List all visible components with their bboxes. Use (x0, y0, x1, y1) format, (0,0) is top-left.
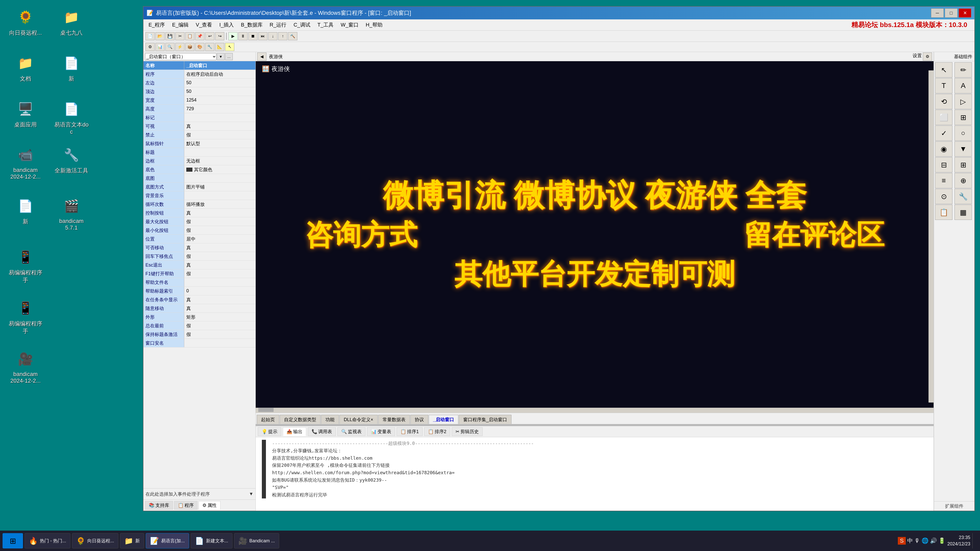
maximize-button[interactable]: □ (945, 8, 958, 17)
tool-rect[interactable]: ⬜ (935, 110, 953, 125)
tab-protocol[interactable]: 协议 (410, 415, 428, 424)
tool-rotate[interactable]: ⟲ (935, 94, 953, 109)
prop-row-20[interactable]: 可否移动 真 (143, 243, 256, 252)
toolbar-pause[interactable]: ⏸ (239, 32, 248, 40)
prop-row-9[interactable]: 标题 (143, 148, 256, 157)
tool-target[interactable]: ⊙ (935, 189, 953, 204)
window-selector-dropdown[interactable]: _启动窗口（窗口） (145, 53, 216, 60)
menu-edit[interactable]: E_编辑 (169, 21, 191, 29)
bottom-tab-sort1[interactable]: 📋 排序1 (396, 427, 423, 436)
tool-clipboard2[interactable]: 📋 (935, 205, 953, 220)
prop-row-29[interactable]: 总在最前 假 (143, 321, 256, 330)
desktop-icon-3[interactable]: 🖥️ 桌面应用 (5, 97, 46, 130)
prop-row-22[interactable]: Esc退出 真 (143, 261, 256, 269)
toolbar-undo[interactable]: ↩ (205, 32, 215, 40)
desktop-icon-9[interactable]: 🔧 全新激活工具 (51, 143, 92, 176)
toolbar-run[interactable]: ▶ (228, 32, 238, 40)
desktop-icon-6[interactable]: 📁 桌七九八 (51, 5, 92, 39)
canvas-body[interactable]: 🪟 夜游侠 微博引流 微博协议 夜游侠 全套 咨询方式 留在评论区 其他平台开发… (256, 61, 934, 408)
toolbar2-btn6[interactable]: 🎨 (195, 43, 204, 51)
menu-view[interactable]: V_查看 (192, 21, 215, 29)
tool-minus[interactable]: ⊟ (935, 157, 953, 172)
toolbar-compile[interactable]: 🔨 (288, 32, 298, 40)
prop-row-19[interactable]: 位置 居中 (143, 235, 256, 243)
prop-row-11[interactable]: 底色 其它颜色 (143, 165, 256, 174)
close-button[interactable]: ✕ (959, 8, 971, 17)
window-selector-expand[interactable]: ▼ (217, 53, 224, 60)
menu-window[interactable]: W_窗口 (338, 21, 362, 29)
minimize-button[interactable]: ─ (931, 8, 944, 17)
canvas-hscrollbar[interactable] (256, 408, 934, 413)
prop-row-7[interactable]: 禁止 假 (143, 130, 256, 139)
canvas-vscrollbar[interactable] (928, 70, 934, 403)
tool-plus[interactable]: ⊞ (955, 157, 972, 172)
desktop-icon-8[interactable]: 📄 易语言文本doc (51, 97, 92, 137)
prop-row-21[interactable]: 回车下移焦点 假 (143, 252, 256, 261)
tool-play[interactable]: ▷ (955, 94, 972, 109)
toolbar2-btn4[interactable]: ⚡ (175, 43, 185, 51)
prop-row-15[interactable]: 循环次数 循环播放 (143, 200, 256, 209)
toolbar-new[interactable]: 📄 (145, 32, 155, 40)
toolbar-redo[interactable]: ↪ (215, 32, 224, 40)
prop-row-28[interactable]: 外形 矩形 (143, 313, 256, 321)
window-selector-options[interactable]: … (225, 53, 233, 60)
menu-help[interactable]: H_帮助 (363, 21, 386, 29)
bottom-tab-output[interactable]: 📤 输出 (283, 427, 306, 436)
bottom-tab-sort2[interactable]: 📋 排序2 (424, 427, 450, 436)
prop-row-6[interactable]: 可视 真 (143, 122, 256, 130)
hscrollbar-thumb[interactable] (258, 408, 274, 412)
tab-custom-types[interactable]: 自定义数据类型 (280, 415, 321, 424)
toolbar-open[interactable]: 📂 (156, 32, 165, 40)
tool-label[interactable]: A (955, 78, 972, 94)
tool-add[interactable]: ⊕ (955, 173, 972, 188)
prop-row-30[interactable]: 保持标题条激活 假 (143, 330, 256, 339)
lang-indicator[interactable]: 中 (907, 537, 913, 545)
tool-cursor[interactable]: ↖ (935, 62, 953, 78)
prop-row-23[interactable]: F1键打开帮助 假 (143, 269, 256, 278)
toolbar2-btn2[interactable]: 📊 (156, 43, 165, 51)
bottom-tab-hint[interactable]: 💡 提示 (258, 427, 281, 436)
canvas-settings-btn[interactable]: ⚙ (923, 52, 932, 61)
desktop-icon-10[interactable]: 🎬 bandicam5.7.1 (51, 194, 92, 233)
taskbar-item-sunflower[interactable]: 🌻 向日葵远程... (72, 533, 118, 548)
toolbar2-cursor[interactable]: ↖ (225, 43, 234, 51)
menu-program[interactable]: E_程序 (145, 21, 168, 29)
bottom-tab-watch[interactable]: 🔍 监视表 (337, 427, 366, 436)
tab-function[interactable]: 功能 (321, 415, 339, 424)
canvas-nav-left[interactable]: ◀ (257, 52, 266, 61)
prop-row-12[interactable]: 底图 (143, 174, 256, 183)
prop-row-24[interactable]: 帮助文件名 (143, 278, 256, 287)
prop-row-8[interactable]: 鼠标指针 默认型 (143, 139, 256, 148)
tool-table[interactable]: ▦ (955, 205, 972, 220)
menu-debug[interactable]: C_调试 (290, 21, 313, 29)
desktop-icon-5[interactable]: 📄 新 (5, 194, 46, 227)
toolbar-paste[interactable]: 📌 (195, 32, 204, 40)
tab-startup-window[interactable]: _启动窗口 (429, 415, 458, 424)
menu-run[interactable]: R_运行 (267, 21, 290, 29)
prop-row-14[interactable]: 背景音乐 (143, 191, 256, 200)
taskbar-item-textfile[interactable]: 📄 新建文本... (191, 533, 232, 548)
desktop-icon-13[interactable]: 🎥 bandicam2024-12-2... (5, 347, 46, 386)
prop-row-10[interactable]: 边框 无边框 (143, 157, 256, 165)
taskbar-item-hot[interactable]: 🔥 热门 - 热门... (24, 533, 70, 548)
toolbar-stop[interactable]: ⏹ (248, 32, 258, 40)
toolbar2-btn7[interactable]: 🔧 (205, 43, 215, 51)
tool-pencil[interactable]: ✏ (955, 62, 972, 78)
desktop-icon-12[interactable]: 📱 易编编程程序手 (5, 296, 46, 337)
prop-row-25[interactable]: 帮助标题索引 0 (143, 287, 256, 295)
prop-row-27[interactable]: 随意移动 真 (143, 304, 256, 313)
taskbar-item-new[interactable]: 📁 新 (120, 533, 144, 548)
prop-row-13[interactable]: 底图方式 图片平铺 (143, 183, 256, 191)
event-dropdown-icon[interactable]: ▼ (249, 491, 253, 497)
battery-icon[interactable]: 🔋 (939, 537, 945, 544)
tool-text[interactable]: T (935, 78, 953, 94)
tool-circle[interactable]: ○ (955, 125, 972, 141)
menu-tools[interactable]: T_工具 (314, 21, 337, 29)
taskbar-item-eylang[interactable]: 📝 易语言(加... (146, 533, 189, 548)
toolbar-stepout[interactable]: ↑ (278, 32, 287, 40)
prop-row-16[interactable]: 控制按钮 真 (143, 209, 256, 218)
tool-wrench[interactable]: 🔧 (955, 189, 972, 204)
toolbar-save[interactable]: 💾 (165, 32, 175, 40)
prop-row-5[interactable]: 标记 (143, 113, 256, 122)
tool-grid[interactable]: ⊞ (955, 110, 972, 125)
